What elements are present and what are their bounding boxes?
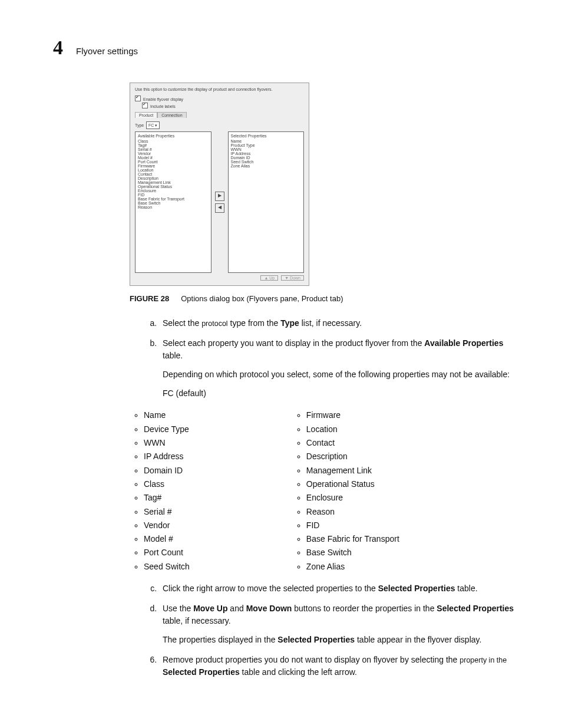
figure-caption: FIGURE 28Options dialog box (Flyovers pa… [130, 294, 518, 303]
available-properties-list[interactable]: Available Properties Class Tag# Serial #… [135, 131, 211, 273]
selected-properties-list[interactable]: Selected Properties Name Product Type WW… [228, 131, 305, 273]
bullet-item: Location [306, 423, 399, 435]
include-labels-checkbox[interactable] [142, 103, 148, 108]
bullet-item: Class [144, 478, 190, 490]
bullet-item: Management Link [306, 465, 399, 476]
available-header: Available Properties [138, 134, 209, 138]
tab-bar: ProductConnection [135, 112, 304, 118]
bullet-item: Seed Switch [144, 561, 190, 572]
list-item[interactable]: WWN [231, 147, 302, 151]
bullet-item: Device Type [144, 423, 190, 435]
step-d-para: The properties displayed in the Selected… [163, 634, 518, 645]
bullet-item: Domain ID [144, 465, 190, 476]
list-item[interactable]: Port Count [138, 160, 209, 164]
list-item[interactable]: IP Address [231, 151, 302, 156]
list-item[interactable]: Location [138, 168, 209, 172]
list-item[interactable]: Description [138, 176, 209, 180]
move-up-button[interactable]: ▲ Up [260, 275, 278, 281]
list-item[interactable]: Base Fabric for Transport [138, 197, 209, 201]
bullet-item: Port Count [144, 546, 190, 558]
list-item[interactable]: Name [231, 139, 302, 143]
bullet-item: Enclosure [306, 492, 399, 503]
move-right-button[interactable]: ▶ [215, 192, 224, 201]
list-item[interactable]: Vendor [138, 151, 209, 156]
list-item[interactable]: Domain ID [231, 156, 302, 160]
list-item[interactable]: Contact [138, 172, 209, 176]
bullet-item: Serial # [144, 506, 190, 518]
include-labels-label: Include labels [150, 104, 176, 108]
bullet-item: FID [306, 519, 399, 531]
page-header: 4 Flyover settings [53, 37, 518, 59]
bullet-item: Base Switch [306, 546, 399, 558]
fc-label: FC (default) [163, 387, 518, 399]
figure-text: Options dialog box (Flyovers pane, Produ… [181, 294, 343, 303]
step-a: Select the protocol type from the Type l… [159, 317, 518, 329]
bullet-item: Reason [306, 506, 399, 518]
header-title: Flyover settings [76, 46, 138, 56]
bullet-item: Firmware [306, 409, 399, 421]
bullet-item: Contact [306, 437, 399, 449]
dialog-intro: Use this option to customize the display… [135, 87, 304, 91]
move-buttons: ▶ ◀ [215, 131, 224, 273]
chapter-number: 4 [53, 37, 63, 59]
step-d: Use the Move Up and Move Down buttons to… [159, 602, 518, 645]
bullet-item: Zone Alias [306, 561, 399, 572]
substeps: Select the protocol type from the Type l… [159, 317, 518, 645]
enable-flyover-label: Enable flyover display [143, 97, 183, 101]
list-item[interactable]: Operational Status [138, 185, 209, 189]
reorder-buttons: ▲ Up ▼ Down [135, 275, 304, 281]
list-item[interactable]: Seed Switch [231, 160, 302, 164]
bullets-right: Firmware Location Contact Description Ma… [296, 407, 399, 574]
list-item[interactable]: Product Type [231, 143, 302, 147]
list-item[interactable]: Enclosure [138, 189, 209, 193]
type-select[interactable]: FC ▾ [146, 121, 160, 129]
bullet-item: Base Fabric for Transport [306, 533, 399, 545]
enable-flyover-checkbox[interactable] [135, 95, 141, 101]
bullet-item: Vendor [144, 519, 190, 531]
tab-product[interactable]: Product [135, 112, 157, 118]
bullet-item: Description [306, 450, 399, 462]
type-label: Type [135, 123, 144, 127]
step-c: Click the right arrow to move the select… [159, 582, 518, 594]
list-item[interactable]: Model # [138, 156, 209, 160]
bullet-item: IP Address [144, 450, 190, 462]
list-item[interactable]: Base Switch [138, 201, 209, 205]
move-left-button[interactable]: ◀ [215, 203, 224, 213]
numbered-steps: Remove product properties you do not wan… [143, 654, 518, 678]
property-bullets: Name Device Type WWN IP Address Domain I… [133, 407, 518, 574]
type-row: Type FC ▾ [135, 121, 304, 129]
list-item[interactable]: Tag# [138, 143, 209, 147]
include-labels-row: Include labels [142, 102, 304, 108]
step-6: Remove product properties you do not wan… [159, 654, 518, 678]
list-item[interactable]: Zone Alias [231, 164, 302, 168]
list-item[interactable]: Firmware [138, 164, 209, 168]
step-b-para: Depending on which protocol you select, … [163, 368, 518, 380]
page: 4 Flyover settings Use this option to cu… [0, 0, 562, 728]
tab-connection[interactable]: Connection [157, 112, 186, 118]
list-item[interactable]: Serial # [138, 147, 209, 151]
selected-header: Selected Properties [231, 134, 302, 138]
bullet-item: Model # [144, 533, 190, 545]
list-item[interactable]: Management Link [138, 180, 209, 185]
options-dialog-screenshot: Use this option to customize the display… [130, 83, 309, 286]
bullet-item: Operational Status [306, 478, 399, 490]
bullets-left: Name Device Type WWN IP Address Domain I… [133, 407, 190, 574]
figure-label: FIGURE 28 [130, 294, 169, 303]
list-item[interactable]: FID [138, 193, 209, 197]
columns: Available Properties Class Tag# Serial #… [135, 131, 304, 273]
step-b: Select each property you want to display… [159, 337, 518, 574]
list-item[interactable]: Class [138, 139, 209, 143]
bullet-item: Tag# [144, 492, 190, 503]
bullet-item: Name [144, 409, 190, 421]
enable-flyover-row: Enable flyover display [135, 95, 304, 101]
move-down-button[interactable]: ▼ Down [281, 275, 304, 281]
bullet-item: WWN [144, 437, 190, 449]
body-text: Select the protocol type from the Type l… [159, 317, 518, 678]
list-item[interactable]: Reason [138, 205, 209, 209]
